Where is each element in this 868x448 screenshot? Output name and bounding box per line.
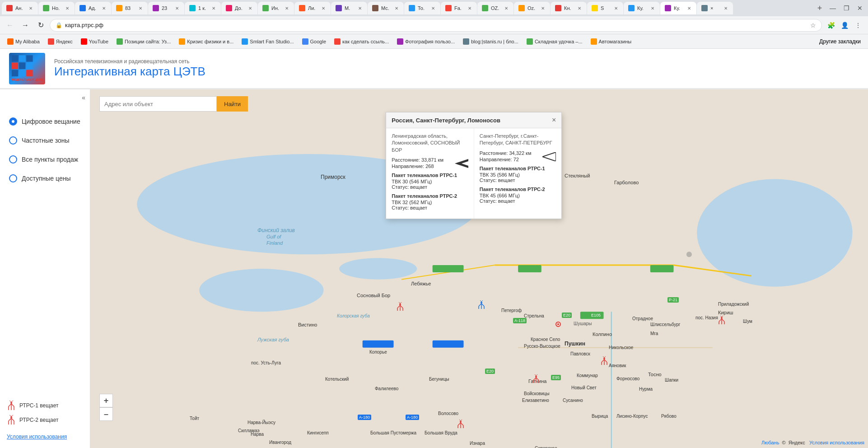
bookmark-item-6[interactable]: Google bbox=[299, 37, 330, 47]
search-button[interactable]: Найти bbox=[217, 96, 248, 112]
popup-left-signal-icon[interactable] bbox=[455, 159, 468, 168]
map-area[interactable]: Стекляный Гарболово Приморск Победа Перв… bbox=[90, 89, 868, 448]
browser-tab-9[interactable]: М. ✕ bbox=[331, 2, 367, 14]
tab-close-17[interactable]: ✕ bbox=[650, 5, 655, 12]
bookmark-favicon-8 bbox=[397, 38, 403, 45]
bookmark-item-5[interactable]: Smlart Fan Studio... bbox=[238, 37, 297, 47]
restore-button[interactable]: ❐ bbox=[840, 2, 853, 14]
browser-tab-18[interactable]: Ку. ✕ bbox=[660, 2, 696, 14]
bookmark-item-4[interactable]: Кризис физики и в... bbox=[175, 37, 237, 47]
tab-close-3[interactable]: ✕ bbox=[138, 5, 143, 12]
tab-close-4[interactable]: ✕ bbox=[174, 5, 180, 12]
tab-favicon-1 bbox=[43, 5, 49, 11]
browser-tab-0[interactable]: Ан. ✕ bbox=[2, 2, 38, 14]
tab-close-14[interactable]: ✕ bbox=[540, 5, 546, 12]
svg-rect-8 bbox=[26, 70, 33, 76]
bookmark-label-4: Кризис физики и в... bbox=[187, 39, 233, 44]
tab-close-19[interactable]: ✕ bbox=[723, 5, 728, 12]
sidebar-item-1[interactable]: Частотные зоны bbox=[0, 131, 90, 150]
browser-tab-1[interactable]: Но. ✕ bbox=[38, 2, 75, 14]
bookmark-item-2[interactable]: YouTube bbox=[77, 37, 112, 47]
tab-title-3: 83 bbox=[125, 5, 135, 11]
bookmark-item-8[interactable]: Фотография пользо... bbox=[393, 37, 458, 47]
browser-tab-6[interactable]: До. ✕ bbox=[221, 2, 257, 14]
zoom-out-button[interactable]: – bbox=[99, 407, 113, 421]
bookmark-label-6: Google bbox=[310, 39, 326, 44]
tab-close-10[interactable]: ✕ bbox=[394, 5, 399, 12]
tab-close-0[interactable]: ✕ bbox=[28, 5, 33, 12]
bookmark-item-10[interactable]: Складная удочка –... bbox=[523, 37, 586, 47]
browser-tab-12[interactable]: Fa. ✕ bbox=[441, 2, 477, 14]
map-attribution: Любань © Яндекс Условия использования bbox=[761, 440, 864, 445]
browser-tab-16[interactable]: S ✕ bbox=[587, 2, 623, 14]
tab-favicon-5 bbox=[189, 5, 196, 11]
browser-tab-11[interactable]: То. ✕ bbox=[404, 2, 440, 14]
reload-button[interactable]: ↻ bbox=[34, 19, 47, 32]
browser-tab-8[interactable]: Ли. ✕ bbox=[294, 2, 331, 14]
tab-close-16[interactable]: ✕ bbox=[613, 5, 619, 12]
zoom-in-button[interactable]: + bbox=[99, 394, 113, 407]
menu-button[interactable]: ⋮ bbox=[852, 19, 864, 32]
browser-tab-13[interactable]: OZ. ✕ bbox=[477, 2, 513, 14]
browser-tab-4[interactable]: 23 ✕ bbox=[148, 2, 184, 14]
popup-left-package2: Пакет телеканалов РТРС-2 ТВК 32 (562 МГц… bbox=[392, 193, 468, 210]
svg-rect-4 bbox=[19, 62, 25, 69]
tab-close-6[interactable]: ✕ bbox=[247, 5, 253, 12]
tab-close-11[interactable]: ✕ bbox=[430, 5, 436, 12]
yandex-link[interactable]: Любань bbox=[761, 440, 779, 445]
browser-tab-7[interactable]: Ин. ✕ bbox=[258, 2, 294, 14]
new-tab-button[interactable]: + bbox=[813, 2, 826, 14]
profile-button[interactable]: 👤 bbox=[838, 19, 851, 32]
sidebar-item-2[interactable]: Все пункты продаж bbox=[0, 150, 90, 169]
tab-close-5[interactable]: ✕ bbox=[211, 5, 216, 12]
bookmark-item-3[interactable]: Позиции сайта: Уз... bbox=[113, 37, 174, 47]
tab-close-9[interactable]: ✕ bbox=[357, 5, 363, 12]
browser-tab-3[interactable]: 83 ✕ bbox=[112, 2, 148, 14]
back-button[interactable]: ← bbox=[4, 19, 16, 32]
tab-close-13[interactable]: ✕ bbox=[504, 5, 509, 12]
sidebar-item-0[interactable]: Цифровое вещание bbox=[0, 112, 90, 131]
bookmark-label-7: как сделать ссыль... bbox=[342, 39, 389, 44]
popup-left-dist-row: Расстояние: 33,871 км Направление: 268 bbox=[392, 157, 468, 170]
popup-right-package1: Пакет телеканалов РТРС-1 ТВК 35 (586 МГц… bbox=[480, 166, 556, 183]
tab-close-15[interactable]: ✕ bbox=[577, 5, 582, 12]
conditions-link[interactable]: Условия использования bbox=[0, 430, 90, 443]
extensions-button[interactable]: 🧩 bbox=[825, 19, 837, 32]
browser-tab-19[interactable]: × ✕ bbox=[697, 2, 733, 14]
browser-tab-10[interactable]: Мс. ✕ bbox=[368, 2, 404, 14]
close-button[interactable]: ✕ bbox=[854, 2, 866, 14]
tab-close-18[interactable]: ✕ bbox=[686, 5, 692, 12]
svg-rect-3 bbox=[12, 62, 18, 69]
browser-tab-2[interactable]: Ад. ✕ bbox=[75, 2, 111, 14]
bookmark-item-1[interactable]: Яндекс bbox=[44, 37, 76, 47]
tab-close-2[interactable]: ✕ bbox=[101, 5, 107, 12]
forward-button[interactable]: → bbox=[19, 19, 32, 32]
bookmark-item-0[interactable]: My Alibaba bbox=[4, 37, 43, 47]
bookmark-star[interactable]: ☆ bbox=[810, 22, 816, 29]
popup-left-p2-status: Статус: вещает bbox=[392, 205, 468, 210]
browser-tab-14[interactable]: Oz. ✕ bbox=[514, 2, 550, 14]
minimize-button[interactable]: — bbox=[826, 2, 839, 14]
sidebar-item-3[interactable]: Доступные цены bbox=[0, 169, 90, 188]
address-search-input[interactable] bbox=[99, 96, 217, 112]
tab-close-12[interactable]: ✕ bbox=[467, 5, 472, 12]
tab-favicon-4 bbox=[153, 5, 159, 11]
bookmark-item-11[interactable]: Автомагазины bbox=[587, 37, 635, 47]
tab-close-8[interactable]: ✕ bbox=[321, 5, 326, 12]
browser-tab-5[interactable]: 1 к. ✕ bbox=[185, 2, 221, 14]
bookmark-label-11: Автомагазины bbox=[599, 39, 632, 44]
tab-title-2: Ад. bbox=[89, 5, 98, 11]
popup-close-button[interactable]: × bbox=[552, 116, 556, 124]
tab-close-1[interactable]: ✕ bbox=[65, 5, 70, 12]
address-bar[interactable]: 🔒 карта.ртрс.рф ☆ bbox=[50, 19, 822, 32]
bookmark-item-7[interactable]: как сделать ссыль... bbox=[331, 37, 392, 47]
bookmarks-more[interactable]: Другие закладки bbox=[816, 38, 864, 45]
bookmark-item-9[interactable]: blog:|stanis.ru | бло... bbox=[459, 37, 522, 47]
popup-left-p2-tvk: ТВК 32 (562 МГц) bbox=[392, 200, 468, 205]
browser-tab-15[interactable]: Кн. ✕ bbox=[551, 2, 587, 14]
tab-close-7[interactable]: ✕ bbox=[284, 5, 289, 12]
terms-link[interactable]: Условия использования bbox=[809, 440, 864, 445]
popup-right-signal-icon[interactable] bbox=[542, 152, 556, 161]
sidebar-toggle-button[interactable]: « bbox=[82, 94, 85, 101]
browser-tab-17[interactable]: Ку. ✕ bbox=[624, 2, 660, 14]
